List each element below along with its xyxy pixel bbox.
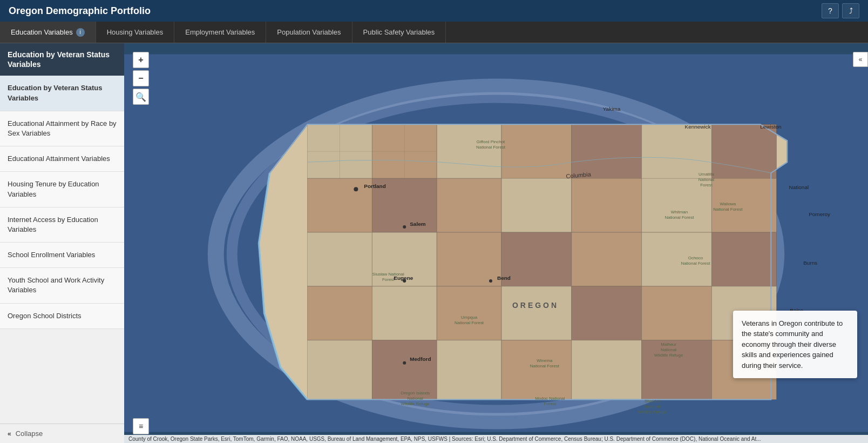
- info-tooltip: Veterans in Oregon contribute to the sta…: [733, 311, 857, 379]
- tab-housing[interactable]: Housing Variables: [96, 22, 175, 43]
- svg-text:Whitman: Whitman: [671, 210, 688, 214]
- svg-rect-31: [308, 340, 372, 400]
- sidebar-item-districts[interactable]: Oregon School Districts: [0, 304, 124, 329]
- svg-point-51: [354, 187, 358, 191]
- svg-rect-28: [572, 286, 642, 340]
- sidebar-item-veteran[interactable]: Education by Veteran Status Variables: [0, 76, 124, 111]
- collapse-sidebar-button[interactable]: « Collapse: [0, 424, 124, 443]
- tab-bar: Education Variables i Housing Variables …: [0, 22, 868, 43]
- svg-text:Umpqua: Umpqua: [461, 315, 478, 320]
- svg-rect-17: [308, 232, 372, 286]
- svg-rect-35: [572, 340, 642, 400]
- svg-text:OREGON: OREGON: [512, 301, 559, 310]
- svg-text:National: National: [408, 396, 423, 401]
- svg-text:Wildlife Refuge: Wildlife Refuge: [401, 401, 430, 406]
- svg-text:National Forest: National Forest: [681, 261, 710, 266]
- svg-text:Modoc National: Modoc National: [535, 396, 565, 401]
- svg-rect-27: [501, 286, 572, 340]
- svg-text:Umatilla: Umatilla: [699, 172, 714, 177]
- zoom-out-button[interactable]: −: [133, 70, 149, 86]
- svg-rect-19: [437, 232, 501, 286]
- svg-rect-8: [642, 124, 712, 178]
- svg-text:National: National: [789, 184, 809, 190]
- svg-rect-23: [711, 232, 776, 286]
- sidebar: Education by Veteran Status Variables Ed…: [0, 43, 124, 443]
- sidebar-item-housing-edu[interactable]: Housing Tenure by Education Variables: [0, 172, 124, 207]
- sidebar-item-enrollment[interactable]: School Enrollment Variables: [0, 243, 124, 268]
- legend-button[interactable]: ≡: [133, 418, 149, 434]
- svg-text:Portland: Portland: [364, 183, 385, 189]
- svg-text:National Forest: National Forest: [713, 207, 743, 212]
- app-title: Oregon Demographic Portfolio: [9, 5, 151, 17]
- sidebar-item-internet[interactable]: Internet Access by Education Variables: [0, 207, 124, 243]
- tab-education[interactable]: Education Variables i: [0, 22, 96, 43]
- map-view[interactable]: Portland Salem Eugene Bend Medford OREGO…: [124, 43, 868, 443]
- svg-point-60: [403, 361, 406, 365]
- svg-rect-13: [501, 178, 572, 232]
- tab-employment[interactable]: Employment Variables: [174, 22, 266, 43]
- share-button[interactable]: ⤴: [842, 3, 859, 18]
- svg-text:Oregon Islands: Oregon Islands: [401, 391, 430, 395]
- svg-text:Ochoco: Ochoco: [688, 256, 703, 260]
- chevron-left-icon: «: [8, 430, 11, 438]
- svg-text:Bend: Bend: [497, 275, 511, 281]
- svg-rect-29: [642, 286, 712, 340]
- svg-text:Forest: Forest: [382, 277, 395, 282]
- svg-rect-24: [308, 286, 372, 340]
- tab-safety[interactable]: Public Safety Variables: [352, 22, 446, 43]
- svg-text:Forest: Forest: [544, 401, 557, 406]
- svg-text:Salem: Salem: [410, 221, 426, 227]
- map-controls: + − 🔍: [133, 52, 149, 105]
- svg-text:Siuslaw National: Siuslaw National: [372, 272, 404, 277]
- svg-point-54: [489, 279, 492, 283]
- svg-text:Wildlife Refuge: Wildlife Refuge: [638, 410, 667, 414]
- svg-text:Yakima: Yakima: [603, 106, 621, 112]
- sidebar-section-title: Education by Veteran Status Variables: [0, 43, 124, 76]
- svg-text:Winema: Winema: [537, 358, 553, 363]
- svg-rect-25: [372, 286, 437, 340]
- help-button[interactable]: ?: [822, 3, 839, 18]
- zoom-in-button[interactable]: +: [133, 52, 149, 68]
- map-svg: Portland Salem Eugene Bend Medford OREGO…: [124, 43, 868, 443]
- svg-text:National: National: [645, 404, 660, 409]
- svg-text:Medford: Medford: [410, 356, 431, 362]
- sidebar-item-youth[interactable]: Youth School and Work Activity Variables: [0, 268, 124, 303]
- svg-text:Wildlife Refuge: Wildlife Refuge: [654, 353, 683, 358]
- svg-rect-34: [501, 340, 572, 400]
- svg-text:Burns: Burns: [803, 260, 817, 266]
- svg-text:Forest: Forest: [700, 183, 713, 187]
- svg-rect-33: [437, 340, 501, 400]
- legend-icon: ≡: [139, 422, 143, 431]
- svg-text:Pomeroy: Pomeroy: [809, 211, 830, 217]
- svg-rect-6: [501, 124, 572, 178]
- svg-text:National Forest: National Forest: [530, 364, 560, 368]
- tab-population[interactable]: Population Variables: [266, 22, 352, 43]
- svg-text:Malheur: Malheur: [661, 342, 676, 347]
- svg-text:National: National: [661, 347, 676, 352]
- svg-rect-5: [437, 124, 501, 178]
- sidebar-item-race-sex[interactable]: Educational Attainment by Race by Sex Va…: [0, 111, 124, 146]
- svg-text:Kennewick: Kennewick: [684, 124, 710, 130]
- svg-point-52: [403, 225, 406, 229]
- svg-rect-9: [711, 124, 776, 178]
- svg-rect-26: [437, 286, 501, 340]
- svg-text:Gifford Pinchot: Gifford Pinchot: [477, 139, 505, 144]
- svg-text:Lewiston: Lewiston: [760, 124, 781, 130]
- app-header: Oregon Demographic Portfolio ? ⤴: [0, 0, 868, 22]
- header-actions: ? ⤴: [822, 3, 859, 18]
- svg-text:National Forest: National Forest: [455, 320, 484, 325]
- map-attribution: County of Crook, Oregon State Parks, Esr…: [124, 435, 868, 443]
- svg-rect-21: [572, 232, 642, 286]
- svg-text:Wallowa: Wallowa: [720, 202, 736, 206]
- collapse-panel-button[interactable]: «: [853, 52, 868, 67]
- search-icon: 🔍: [135, 92, 146, 102]
- sidebar-item-attainment[interactable]: Educational Attainment Variables: [0, 146, 124, 172]
- search-map-button[interactable]: 🔍: [133, 89, 149, 105]
- svg-text:National Forest: National Forest: [476, 145, 506, 150]
- svg-rect-36: [642, 340, 712, 400]
- collapse-label: Collapse: [16, 429, 43, 438]
- svg-rect-7: [572, 124, 642, 178]
- svg-text:Sheldon: Sheldon: [645, 399, 660, 404]
- svg-rect-14: [572, 178, 642, 232]
- tab-info-icon: i: [76, 28, 85, 37]
